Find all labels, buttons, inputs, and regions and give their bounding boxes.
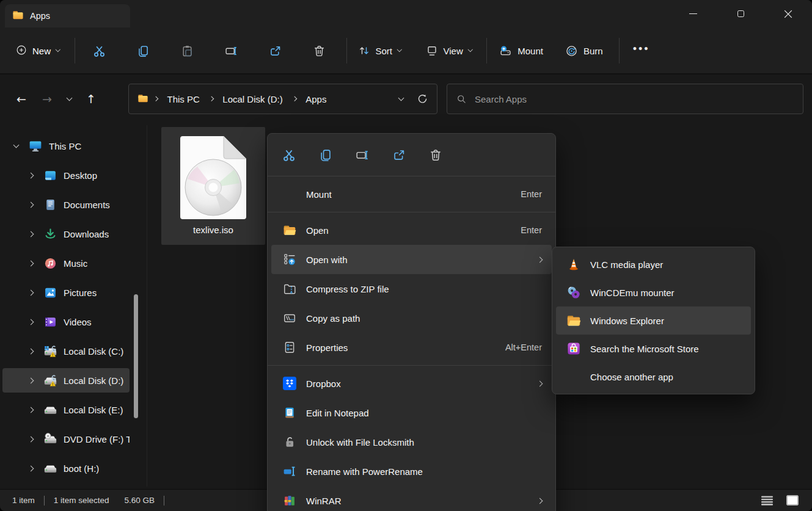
- collapse-chevron-icon[interactable]: [27, 407, 34, 413]
- menu-item-compress-zip[interactable]: Compress to ZIP file: [271, 274, 552, 303]
- sidebar-item-dvd-drive-f[interactable]: DVD Drive (F:) T: [2, 427, 130, 451]
- sidebar-item-desktop[interactable]: Desktop: [2, 163, 130, 187]
- mount-label: Mount: [518, 46, 543, 56]
- sidebar-item-local-disk-d[interactable]: Local Disk (D:): [2, 368, 130, 393]
- minimize-button[interactable]: [669, 0, 717, 27]
- chevron-down-icon: [468, 47, 473, 52]
- menu-item-edit-in-notepad[interactable]: Edit in Notepad: [271, 398, 552, 427]
- new-button[interactable]: New: [16, 45, 60, 57]
- sidebar-scrollbar-thumb[interactable]: [134, 294, 138, 418]
- maximize-button[interactable]: [717, 0, 764, 27]
- collapse-chevron-icon[interactable]: [27, 436, 34, 442]
- rename-icon: [225, 45, 238, 57]
- address-bar[interactable]: This PC Local Disk (D:) Apps: [128, 84, 437, 114]
- sidebar-item-music[interactable]: Music: [2, 251, 130, 275]
- sidebar-item-boot-h[interactable]: boot (H:): [2, 456, 130, 480]
- submenu-item-vlc[interactable]: VLC media player: [556, 250, 751, 278]
- collapse-chevron-icon[interactable]: [27, 231, 34, 237]
- menu-item-unlock-file-locksmith[interactable]: Unlock with File Locksmith: [271, 427, 552, 457]
- close-button[interactable]: [764, 0, 812, 27]
- collapse-chevron-icon[interactable]: [27, 260, 34, 266]
- copy-button[interactable]: [131, 38, 156, 63]
- large-thumbnails-view-button[interactable]: [781, 492, 803, 509]
- view-button[interactable]: View: [426, 45, 472, 57]
- cut-icon: [93, 45, 106, 57]
- sidebar-item-this-pc[interactable]: This PC: [2, 134, 130, 158]
- open-padlock-icon: [282, 435, 297, 449]
- menu-item-properties[interactable]: Properties Alt+Enter: [271, 333, 552, 362]
- sidebar-item-documents[interactable]: Documents: [2, 192, 130, 217]
- paste-button[interactable]: [175, 38, 200, 63]
- collapse-chevron-icon[interactable]: [27, 201, 34, 208]
- collapse-chevron-icon[interactable]: [27, 377, 34, 383]
- videos-icon: [43, 314, 57, 329]
- folder-icon: [566, 313, 582, 328]
- cut-button[interactable]: [87, 38, 112, 63]
- delete-button[interactable]: [423, 143, 448, 167]
- cut-icon: [282, 148, 296, 162]
- menu-item-dropbox[interactable]: Dropbox: [271, 369, 552, 398]
- status-divider: [44, 496, 45, 506]
- share-button[interactable]: [387, 143, 411, 167]
- menu-item-open-with[interactable]: Open with: [271, 245, 552, 274]
- delete-button[interactable]: [307, 38, 332, 63]
- submenu-item-choose-another-app[interactable]: Choose another app: [556, 363, 751, 391]
- address-dropdown-chevron-icon[interactable]: [398, 95, 404, 101]
- no-icon: [282, 187, 297, 201]
- see-more-button[interactable]: •••: [633, 43, 650, 59]
- back-button[interactable]: ←: [9, 87, 34, 111]
- rename-button[interactable]: [219, 38, 244, 63]
- item-count: 1 item: [12, 496, 35, 505]
- documents-icon: [43, 197, 57, 212]
- forward-button[interactable]: →: [34, 87, 60, 111]
- microsoft-store-icon: [566, 341, 582, 357]
- sidebar-item-local-disk-e[interactable]: Local Disk (E:): [2, 397, 130, 422]
- collapse-chevron-icon[interactable]: [27, 465, 34, 471]
- music-icon: [43, 256, 57, 270]
- menu-item-copy-as-path[interactable]: Copy as path: [271, 303, 552, 333]
- up-button[interactable]: ↑: [78, 87, 104, 111]
- collapse-chevron-icon[interactable]: [27, 319, 34, 325]
- search-box[interactable]: Search Apps: [447, 84, 803, 114]
- share-button[interactable]: [263, 38, 288, 63]
- copy-button[interactable]: [313, 143, 338, 167]
- recent-locations-button[interactable]: [60, 87, 78, 111]
- breadcrumb-apps[interactable]: Apps: [301, 92, 331, 107]
- folder-icon: [12, 9, 24, 23]
- sort-button[interactable]: Sort: [358, 45, 401, 57]
- collapse-chevron-icon[interactable]: [27, 289, 34, 295]
- sidebar-item-downloads[interactable]: Downloads: [2, 222, 130, 246]
- rename-button[interactable]: [350, 143, 375, 167]
- menu-item-winrar[interactable]: WinRAR: [271, 486, 552, 511]
- close-icon: [784, 10, 792, 18]
- trash-icon: [313, 45, 326, 57]
- chevron-down-icon: [397, 47, 402, 52]
- burn-button[interactable]: Burn: [565, 45, 603, 57]
- cut-button[interactable]: [277, 143, 301, 167]
- forward-arrow-icon: →: [42, 92, 52, 106]
- mount-button[interactable]: Mount: [499, 45, 543, 57]
- menu-item-mount[interactable]: Mount Enter: [271, 179, 552, 209]
- details-view-button[interactable]: [756, 492, 778, 509]
- breadcrumb-separator-icon: [209, 96, 214, 101]
- submenu-item-microsoft-store[interactable]: Search the Microsoft Store: [556, 335, 751, 363]
- file-texlive-iso[interactable]: texlive.iso: [161, 127, 265, 245]
- sidebar-item-local-disk-c[interactable]: Local Disk (C:): [2, 339, 130, 363]
- breadcrumb-this-pc[interactable]: This PC: [163, 92, 204, 107]
- submenu-item-windows-explorer[interactable]: Windows Explorer: [556, 306, 751, 335]
- sidebar-item-videos[interactable]: Videos: [2, 310, 130, 334]
- collapse-chevron-icon[interactable]: [27, 348, 34, 354]
- toolbar-separator: [619, 38, 620, 63]
- expand-chevron-icon[interactable]: [13, 142, 19, 148]
- explorer-tab[interactable]: Apps: [5, 4, 130, 27]
- view-label: View: [444, 46, 463, 56]
- breadcrumb-local-disk-d[interactable]: Local Disk (D:): [218, 92, 287, 107]
- back-arrow-icon: ←: [16, 92, 26, 106]
- menu-item-rename-powerrename[interactable]: Rename with PowerRename: [271, 457, 552, 486]
- refresh-icon[interactable]: [417, 93, 428, 105]
- mount-icon: [499, 45, 512, 57]
- sidebar-item-pictures[interactable]: Pictures: [2, 280, 130, 305]
- submenu-item-wincdemu[interactable]: WinCDEmu mounter: [556, 278, 751, 306]
- collapse-chevron-icon[interactable]: [27, 172, 34, 178]
- menu-item-open[interactable]: Open Enter: [271, 216, 552, 245]
